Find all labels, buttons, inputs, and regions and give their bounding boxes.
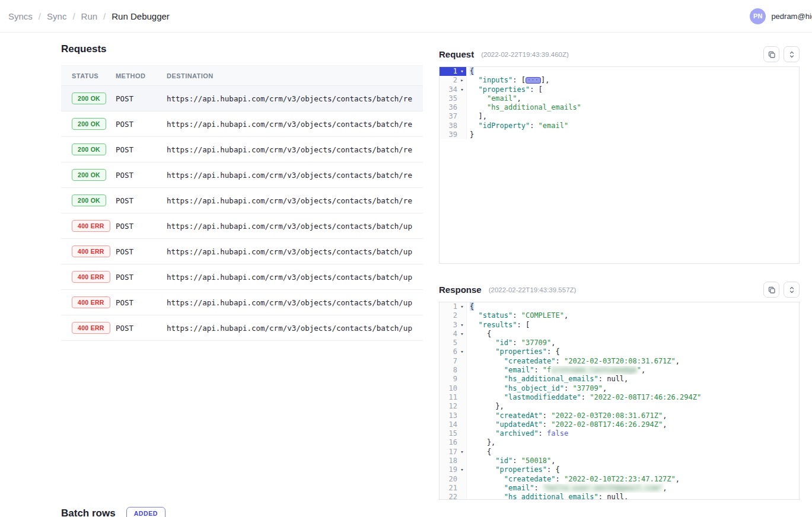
fold-open-icon[interactable]: ▾ [457, 67, 467, 76]
line-gutter: 34▾ [440, 85, 467, 94]
line-gutter: 1▾ [440, 302, 467, 311]
avatar[interactable]: PN [750, 8, 766, 24]
json-punctuation: , [551, 339, 555, 347]
line-gutter: 22 [440, 493, 467, 500]
json-punctuation: : null, [598, 375, 629, 383]
json-punctuation: { [470, 448, 491, 456]
json-string: "COMPLETE" [521, 311, 564, 320]
user-menu[interactable]: PN pedram@hig [750, 8, 812, 24]
table-row[interactable]: 400 ERRPOSThttps://api.hubapi.com/crm/v3… [61, 290, 423, 315]
expand-button[interactable] [784, 282, 800, 298]
code-line: 34▾ "properties": [ [440, 85, 799, 94]
line-gutter: 9 [440, 375, 467, 384]
request-code-editor[interactable]: 1▾{2▸ "inputs": [···],34▾ "properties": … [439, 66, 800, 264]
json-punctuation: , [663, 411, 667, 420]
table-row[interactable]: 400 ERRPOSThttps://api.hubapi.com/crm/v3… [61, 213, 423, 239]
method-cell: POST [116, 222, 167, 231]
code-content: "createdAt": "2022-02-03T20:08:31.671Z", [467, 411, 799, 420]
line-gutter: 19▾ [440, 465, 467, 474]
json-punctuation: }, [470, 402, 504, 410]
fold-open-icon[interactable]: ▾ [457, 465, 467, 474]
code-line: 12 }, [440, 402, 799, 411]
breadcrumb-item-sync[interactable]: Sync [47, 11, 66, 21]
line-gutter: 6▾ [440, 347, 467, 356]
line-number: 15 [440, 429, 457, 438]
table-row[interactable]: 200 OKPOSThttps://api.hubapi.com/crm/v3/… [61, 86, 423, 111]
table-row[interactable]: 200 OKPOSThttps://api.hubapi.com/crm/v3/… [61, 137, 423, 162]
json-string: "email" [487, 94, 517, 103]
code-content: { [467, 330, 799, 339]
code-line: 21 "email": "hello.user.smith@gmail.com"… [440, 484, 799, 493]
line-gutter: 20 [440, 475, 467, 484]
json-string: " [637, 366, 641, 374]
line-number: 20 [440, 475, 457, 484]
json-string: "2022-02-03T20:08:31.671Z" [551, 411, 663, 420]
copy-button[interactable] [763, 46, 779, 62]
table-row[interactable]: 400 ERRPOSThttps://api.hubapi.com/crm/v3… [61, 264, 423, 290]
method-cell: POST [116, 94, 167, 103]
table-row[interactable]: 400 ERRPOSThttps://api.hubapi.com/crm/v3… [61, 315, 423, 341]
copy-button[interactable] [763, 282, 779, 298]
table-row[interactable]: 200 OKPOSThttps://api.hubapi.com/crm/v3/… [61, 188, 423, 213]
json-punctuation [470, 339, 495, 347]
status-badge: 200 OK [72, 118, 106, 130]
code-line: 2 "status": "COMPLETE", [440, 311, 799, 320]
batch-rows-section: Batch rows ADDED [61, 507, 165, 517]
batch-rows-title: Batch rows [61, 508, 116, 517]
line-number: 11 [440, 393, 457, 402]
fold-spacer [457, 438, 467, 447]
line-number: 39 [440, 130, 457, 139]
line-gutter: 8 [440, 366, 467, 375]
code-content: "email": "firstname.lastname@gm", [467, 366, 799, 375]
collapsed-fold-widget[interactable]: ··· [526, 77, 541, 84]
json-key: "id" [495, 339, 512, 347]
fold-open-icon[interactable]: ▾ [457, 330, 467, 339]
json-punctuation: : [ [530, 85, 543, 94]
json-punctuation [470, 375, 504, 383]
expand-button[interactable] [784, 46, 800, 62]
table-row[interactable]: 200 OKPOSThttps://api.hubapi.com/crm/v3/… [61, 111, 423, 137]
fold-open-icon[interactable]: ▾ [457, 85, 467, 94]
fold-closed-icon[interactable]: ▸ [457, 76, 467, 85]
json-key: "hs_additional_emails" [504, 493, 598, 500]
breadcrumb: Syncs/Sync/Run/Run Debugger [8, 11, 170, 21]
table-row[interactable]: 400 ERRPOSThttps://api.hubapi.com/crm/v3… [61, 239, 423, 264]
json-string: "2022-02-08T17:46:26.294Z" [590, 393, 701, 401]
fold-open-icon[interactable]: ▾ [457, 321, 467, 330]
code-content: } [467, 130, 799, 139]
json-string: "50018" [521, 457, 552, 465]
line-number: 13 [440, 411, 457, 420]
line-number: 5 [440, 339, 457, 347]
table-row[interactable]: 200 OKPOSThttps://api.hubapi.com/crm/v3/… [61, 162, 423, 188]
fold-open-icon[interactable]: ▾ [457, 347, 467, 356]
code-line: 19▾ "properties": { [440, 465, 799, 474]
fold-spacer [457, 384, 467, 393]
breadcrumb-item-run[interactable]: Run [81, 11, 98, 21]
line-number: 21 [440, 484, 457, 493]
code-line: 5 "id": "37709", [440, 339, 799, 347]
destination-cell: https://api.hubapi.com/crm/v3/objects/co… [167, 171, 423, 180]
added-badge[interactable]: ADDED [126, 507, 165, 517]
line-number: 34 [440, 85, 457, 94]
requests-table-header: Status Method Destination [61, 65, 423, 86]
requests-section: Requests Status Method Destination 200 O… [61, 43, 423, 341]
fold-open-icon[interactable]: ▾ [457, 302, 467, 311]
line-gutter: 15 [440, 429, 467, 438]
line-gutter: 18 [440, 457, 467, 465]
json-punctuation: , [663, 420, 667, 429]
fold-open-icon[interactable]: ▾ [457, 448, 467, 457]
response-code-editor[interactable]: 1▾{2 "status": "COMPLETE",3▾ "results": … [439, 302, 800, 500]
chevron-up-down-icon [788, 286, 795, 294]
line-gutter: 10 [440, 384, 467, 393]
column-header-destination: Destination [167, 72, 423, 79]
code-content: "results": [ [467, 321, 799, 330]
line-number: 16 [440, 438, 457, 447]
line-number: 3 [440, 321, 457, 330]
fold-spacer [457, 94, 467, 103]
breadcrumb-item-syncs[interactable]: Syncs [8, 11, 33, 21]
json-punctuation: : [530, 122, 538, 130]
status-badge: 400 ERR [72, 245, 110, 257]
line-gutter: 5 [440, 339, 467, 347]
line-number: 6 [440, 347, 457, 356]
line-number: 22 [440, 493, 457, 500]
